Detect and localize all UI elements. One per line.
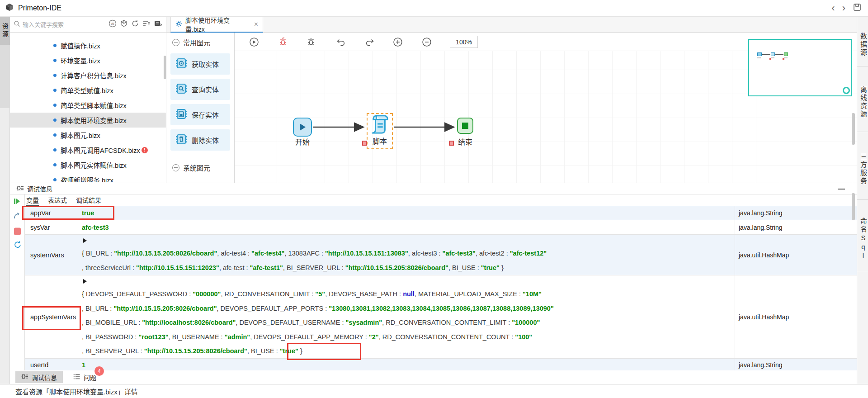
zoom-level[interactable]: 100% <box>450 36 478 48</box>
debug-tab-调试结果[interactable]: 调试结果 <box>76 194 101 206</box>
palette-section-header[interactable]: 常用图元 <box>166 33 234 51</box>
bottom-tabbar: 调试信息问题4 <box>10 370 857 384</box>
history-back-icon[interactable]: ‹ <box>831 3 835 13</box>
minimap-connector <box>775 54 783 55</box>
variable-row[interactable]: userId1java.lang.String <box>25 359 857 371</box>
step-return-icon[interactable] <box>14 213 21 221</box>
problems-icon <box>73 373 80 382</box>
minimize-icon[interactable] <box>838 189 845 190</box>
redo-icon[interactable] <box>364 37 375 47</box>
variable-value: { BI_URL : "http://10.15.15.205:8026/cbo… <box>82 235 735 275</box>
resource-explorer: AI 赋值操作.bizx环境变量.bizx计算客户积分信息.bizx简单类型赋值… <box>10 17 166 183</box>
import-export-icon[interactable] <box>154 19 162 29</box>
debug-tab-表达式[interactable]: 表达式 <box>48 194 67 206</box>
svg-text:AI: AI <box>111 22 114 26</box>
history-forward-icon[interactable]: › <box>842 3 845 13</box>
node-start[interactable] <box>293 118 312 137</box>
refresh-icon[interactable] <box>14 241 22 251</box>
palette-item[interactable]: 保存实体 <box>170 104 230 125</box>
debug-scrollbar[interactable] <box>852 193 855 220</box>
titlebar: Primeton-IDE ‹ › <box>0 0 868 17</box>
tree-item[interactable]: 脚本使用环境变量.bizx <box>10 113 166 128</box>
variable-value: true <box>82 206 735 220</box>
expand-triangle-icon[interactable] <box>83 279 87 284</box>
palette-item[interactable]: 获取实体 <box>170 53 230 75</box>
debug-tabs: 变量表达式调试结果 <box>26 194 101 206</box>
debug-tab-变量[interactable]: 变量 <box>26 194 39 206</box>
tree-item[interactable]: 环境变量.bizx <box>10 53 166 68</box>
stop-icon[interactable] <box>14 227 21 237</box>
refresh-icon[interactable] <box>131 19 139 29</box>
bottom-tab-问题[interactable]: 问题4 <box>67 371 102 383</box>
tree-item[interactable]: 脚本图元调用AFCSDK.bizx! <box>10 142 166 157</box>
tree-item[interactable]: 教师新增服务.bizx <box>10 172 166 182</box>
tree-item-label: 脚本图元调用AFCSDK.bizx <box>61 145 140 155</box>
resume-icon[interactable] <box>14 198 20 207</box>
tree-item[interactable]: 脚本图元实体赋值.bizx <box>10 157 166 172</box>
tree-item[interactable]: 脚本图元.bizx <box>10 128 166 142</box>
right-rail-tab[interactable]: 数据源 <box>857 17 868 66</box>
zoom-out-icon[interactable] <box>421 37 432 47</box>
zoom-in-icon[interactable] <box>392 37 403 47</box>
search-input[interactable] <box>23 21 106 28</box>
ai-assistant-icon[interactable]: AI <box>108 19 117 29</box>
variable-row[interactable]: systemVars{ BI_URL : "http://10.15.15.20… <box>25 235 857 275</box>
canvas-scrollbar[interactable] <box>852 113 855 145</box>
variable-row[interactable]: appVartruejava.lang.String <box>25 206 857 220</box>
debug-panel: 调试信息 变量表达式调试结果 appVartruejava.lang.Strin… <box>10 183 857 370</box>
palette-item-label: 删除实体 <box>192 135 219 145</box>
variable-name: sysVar <box>25 220 82 234</box>
right-rail-tab[interactable]: 命名Sql <box>857 200 868 272</box>
tree-item-label: 环境变量.bizx <box>61 56 100 65</box>
sidebar-tab-resources[interactable]: 资源 <box>0 17 10 45</box>
tree-item[interactable]: 简单类型脚本赋值.bizx <box>10 98 166 113</box>
file-bullet-icon <box>53 163 57 166</box>
save-icon[interactable] <box>853 3 862 14</box>
minimap-label-mark <box>757 57 761 58</box>
variable-name: appVar <box>25 206 82 220</box>
search-icon <box>14 20 20 29</box>
breakpoint-marker[interactable] <box>362 141 367 146</box>
minimap-connector <box>762 54 770 55</box>
sort-icon[interactable] <box>142 19 151 29</box>
palette-item-label: 保存实体 <box>192 110 219 119</box>
left-rail-track <box>0 45 10 108</box>
element-palette: 常用图元获取实体查询实体保存实体删除实体系统图元 <box>166 33 235 183</box>
debug-panel-header: 调试信息 <box>10 183 857 194</box>
breakpoint-marker[interactable] <box>449 141 454 146</box>
bottom-tab-调试信息[interactable]: 调试信息 <box>15 371 63 383</box>
right-rail-tab[interactable]: 三方服务 <box>857 132 868 200</box>
node-script[interactable]: 脚本 <box>367 113 393 149</box>
variables-table: appVartruejava.lang.StringsysVarafc-test… <box>25 206 857 371</box>
tree-item[interactable]: 简单类型赋值.bizx <box>10 83 166 98</box>
variable-row[interactable]: appSystemVars{ DEVOPS_DEFAULT_PASSWORD :… <box>25 275 857 359</box>
file-bullet-icon <box>53 148 57 152</box>
expand-triangle-icon[interactable] <box>83 238 87 243</box>
run-debug-icon[interactable] <box>249 37 259 47</box>
status-text: 查看资源「脚本使用环境变量.bizx」详情 <box>15 387 138 396</box>
variable-row[interactable]: sysVarafc-test3java.lang.String <box>25 220 857 235</box>
palette-item[interactable]: 删除实体 <box>170 129 230 151</box>
file-bullet-icon <box>53 118 57 122</box>
close-icon[interactable]: × <box>254 20 258 28</box>
script-scroll-icon <box>370 114 389 135</box>
explorer-toolbar: AI <box>108 19 162 29</box>
minimap[interactable] <box>748 39 852 96</box>
chip-get-entity-icon <box>175 57 187 71</box>
node-end[interactable] <box>457 118 473 134</box>
right-rail-tab[interactable]: 离线资源 <box>857 66 868 132</box>
tree-item[interactable]: 计算客户积分信息.bizx <box>10 68 166 83</box>
editor-tab[interactable]: 脚本使用环境变量.bizx × <box>170 17 263 33</box>
tree-item[interactable]: 赋值操作.bizx <box>10 38 166 53</box>
minimap-label-mark <box>784 57 788 58</box>
gear-icon <box>175 20 182 28</box>
palette-section-header[interactable]: 系统图元 <box>166 158 234 176</box>
new-resource-icon[interactable] <box>120 19 128 29</box>
node-end-label: 结束 <box>449 136 481 147</box>
palette-item[interactable]: 查询实体 <box>170 79 230 100</box>
undo-icon[interactable] <box>335 37 346 47</box>
skip-breakpoints-icon[interactable] <box>278 37 288 47</box>
minimap-resize-handle[interactable] <box>843 87 850 94</box>
debug-icon[interactable] <box>306 37 316 47</box>
tree-item-label: 脚本使用环境变量.bizx <box>61 115 127 125</box>
